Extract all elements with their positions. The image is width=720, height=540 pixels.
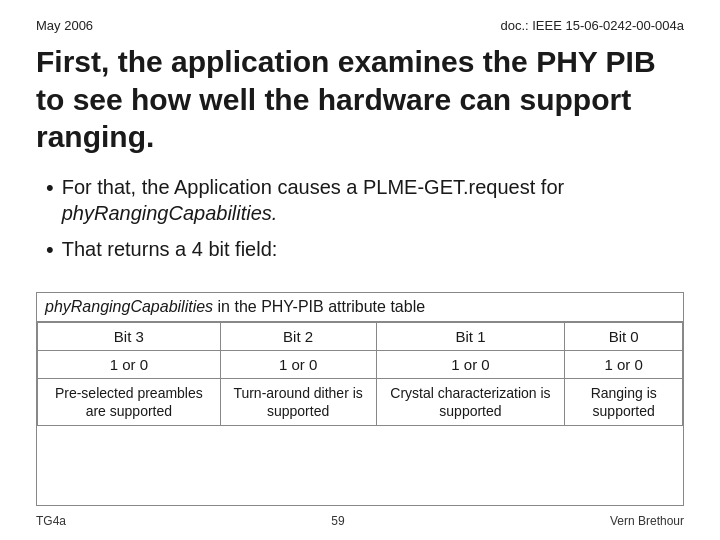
slide: May 2006 doc.: IEEE 15-06-0242-00-004a F… [0, 0, 720, 540]
bullet-2: • That returns a 4 bit field: [46, 236, 684, 265]
val-bit2: 1 or 0 [220, 351, 376, 379]
val-bit1: 1 or 0 [376, 351, 565, 379]
capability-table: Bit 3 Bit 2 Bit 1 Bit 0 1 or 0 1 or 0 1 … [37, 322, 683, 426]
footer-center: 59 [331, 514, 344, 528]
main-title: First, the application examines the PHY … [36, 43, 684, 156]
desc-bit3: Pre-selected preambles are supported [38, 379, 221, 426]
bullet-dot-2: • [46, 236, 54, 265]
table-header-row: Bit 3 Bit 2 Bit 1 Bit 0 [38, 323, 683, 351]
footer-right: Vern Brethour [610, 514, 684, 528]
desc-bit1: Crystal characterization is supported [376, 379, 565, 426]
desc-bit2: Turn-around dither is supported [220, 379, 376, 426]
header: May 2006 doc.: IEEE 15-06-0242-00-004a [36, 18, 684, 33]
table-caption: phyRangingCapabilities in the PHY-PIB at… [37, 293, 683, 322]
desc-bit0: Ranging is supported [565, 379, 683, 426]
table-desc-row: Pre-selected preambles are supported Tur… [38, 379, 683, 426]
table-caption-rest: in the PHY-PIB attribute table [213, 298, 425, 315]
val-bit0: 1 or 0 [565, 351, 683, 379]
bullet-2-text: That returns a 4 bit field: [62, 236, 278, 262]
bullet-1-italic: phyRangingCapabilities. [62, 202, 278, 224]
bullet-list: • For that, the Application causes a PLM… [36, 174, 684, 275]
bullet-1-plain: For that, the Application causes a PLME-… [62, 176, 564, 198]
bullet-1: • For that, the Application causes a PLM… [46, 174, 684, 226]
table-caption-italic: phyRangingCapabilities [45, 298, 213, 315]
col-bit2: Bit 2 [220, 323, 376, 351]
table-value-row: 1 or 0 1 or 0 1 or 0 1 or 0 [38, 351, 683, 379]
bullet-1-text: For that, the Application causes a PLME-… [62, 174, 684, 226]
header-date: May 2006 [36, 18, 93, 33]
footer-left: TG4a [36, 514, 66, 528]
col-bit1: Bit 1 [376, 323, 565, 351]
val-bit3: 1 or 0 [38, 351, 221, 379]
bullet-dot-1: • [46, 174, 54, 203]
col-bit0: Bit 0 [565, 323, 683, 351]
col-bit3: Bit 3 [38, 323, 221, 351]
header-doc: doc.: IEEE 15-06-0242-00-004a [500, 18, 684, 33]
capability-table-wrapper: phyRangingCapabilities in the PHY-PIB at… [36, 292, 684, 506]
footer: TG4a 59 Vern Brethour [36, 514, 684, 528]
